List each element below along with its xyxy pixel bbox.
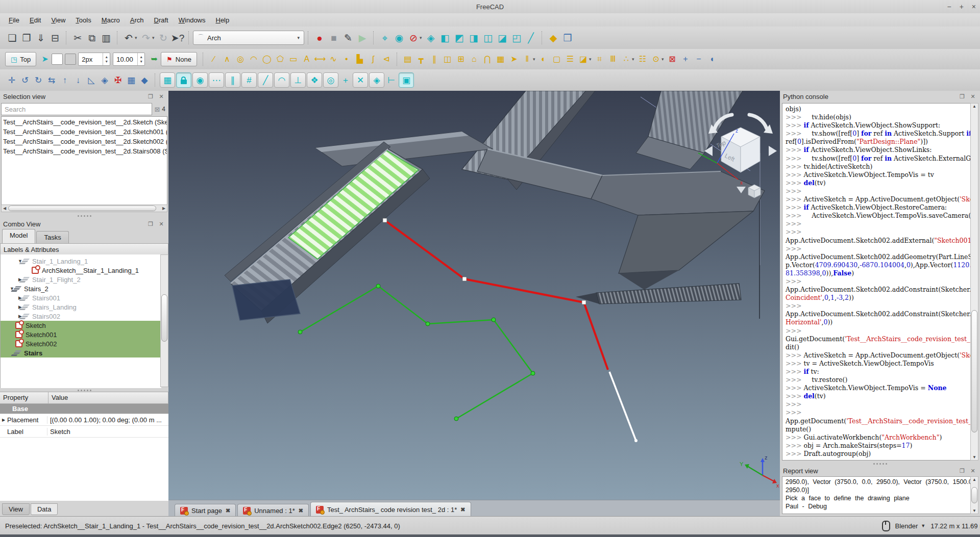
refresh-icon[interactable]: ↻: [156, 31, 170, 45]
toggle-snap-icon[interactable]: ▣: [399, 72, 414, 88]
draft-rotate-icon[interactable]: ↺: [18, 73, 32, 87]
arch-axis-icon[interactable]: Ⅲ: [606, 53, 620, 66]
snap-endpoint-icon[interactable]: ◉: [192, 72, 208, 88]
tree-item-archsketch__stair_1_landing_1[interactable]: ArchSketch__Stair_1_Landing_1: [1, 266, 161, 275]
tree-expand-icon[interactable]: ▶: [17, 295, 23, 300]
tab-view[interactable]: View: [2, 503, 30, 515]
draw-style-icon[interactable]: ⊘▾: [406, 31, 424, 45]
draft-arc-icon[interactable]: ◠: [247, 53, 260, 66]
selection-list-item[interactable]: Test__ArchStairs__code_revision_test__2d…: [2, 127, 167, 137]
text-size-spin[interactable]: 10.00▲▼: [113, 53, 145, 66]
paste-icon[interactable]: ▥: [99, 31, 113, 45]
arch-rebar-icon[interactable]: ∥: [428, 53, 441, 66]
float-panel-icon[interactable]: ❐: [146, 220, 155, 228]
draft-wire-icon[interactable]: ∧: [220, 53, 234, 66]
draft-bezier-icon[interactable]: ∫: [366, 53, 380, 66]
arch-remove-component-icon[interactable]: −: [692, 53, 705, 66]
line-color-swatch-icon[interactable]: [52, 54, 63, 65]
mouse-nav-icon[interactable]: [882, 521, 890, 531]
snap-special-icon[interactable]: +: [339, 73, 352, 87]
view-axonometric-icon[interactable]: ◈: [424, 31, 438, 45]
draft-facebinder-icon[interactable]: ▙: [353, 53, 366, 66]
cut-icon[interactable]: ✂: [70, 31, 85, 45]
macro-stop-icon[interactable]: ■: [327, 31, 341, 45]
close-tab-icon[interactable]: ✖: [226, 507, 230, 514]
print-icon[interactable]: ⊟: [48, 31, 62, 45]
tree-expand-icon[interactable]: ▼: [17, 259, 23, 264]
tree-expand-icon[interactable]: ▶: [17, 277, 23, 282]
zoom-selection-icon[interactable]: ◉: [392, 31, 406, 45]
draft-line-icon[interactable]: ∕: [207, 53, 220, 66]
draft-label-icon[interactable]: ⊲: [380, 53, 393, 66]
arch-cut-plane-icon[interactable]: ⊠: [666, 53, 679, 66]
arch-frame-icon[interactable]: ⌗: [593, 53, 606, 66]
arch-material-icon[interactable]: ∴▾: [620, 53, 636, 66]
arch-space-icon[interactable]: ▢: [550, 53, 564, 66]
fit-all-icon[interactable]: ⌖: [378, 31, 392, 45]
snap-lock-icon[interactable]: [176, 72, 191, 88]
draft-circle-icon[interactable]: ◎: [234, 53, 247, 66]
arch-schedule-icon[interactable]: ☷: [636, 53, 649, 66]
arch-wall-icon[interactable]: ▤: [401, 53, 414, 66]
report-vscrollbar[interactable]: ▲ ▼: [970, 476, 978, 514]
std-group-icon[interactable]: ❒: [560, 31, 575, 45]
console-vscrollbar[interactable]: ▲ ▼: [970, 103, 978, 461]
selection-list-item[interactable]: Test__ArchStairs__code_revision_test__2d…: [2, 146, 167, 156]
workbench-selector[interactable]: ⌒Arch▾: [193, 31, 304, 45]
white-edge-line[interactable]: [609, 372, 638, 442]
document-tab[interactable]: Unnamed : 1*✖: [237, 504, 309, 517]
bridge-landing[interactable]: [576, 284, 741, 304]
menu-macro[interactable]: Macro: [97, 15, 125, 25]
measure-distance-icon[interactable]: ╱: [524, 31, 538, 45]
view-front-icon[interactable]: ◧: [438, 31, 452, 45]
selection-list-item[interactable]: Test__ArchStairs__code_revision_test__2d…: [2, 137, 167, 146]
view-bottom-icon[interactable]: ◪: [495, 31, 509, 45]
python-console-output[interactable]: objs)>>> tv.hide(objs)>>> if ActiveSketc…: [782, 103, 971, 461]
tree-item-stairs002[interactable]: ▶Stairs002: [1, 312, 161, 321]
scroll-down-icon[interactable]: ▼: [971, 508, 978, 513]
draft-clone-icon[interactable]: ◆: [138, 73, 151, 87]
view-rear-icon[interactable]: ◫: [481, 31, 495, 45]
draft-array-icon[interactable]: ▦: [125, 73, 138, 87]
snap-parallel-icon[interactable]: ∥: [225, 72, 240, 88]
arch-stairs-icon[interactable]: ☰: [564, 53, 577, 66]
toggle-grid-icon[interactable]: ▦: [160, 72, 175, 88]
nav-right-arrow[interactable]: [769, 146, 777, 156]
menu-windows[interactable]: Windows: [174, 15, 210, 25]
sketch-red-polyline[interactable]: [383, 218, 608, 370]
redo-icon[interactable]: ↷▾: [139, 31, 156, 45]
tree-item-stair_1_flight_2[interactable]: ▶Stair_1_Flight_2: [1, 275, 161, 284]
tab-model[interactable]: Model: [2, 229, 35, 243]
menu-arch[interactable]: Arch: [126, 15, 149, 25]
arch-reference-icon[interactable]: ➤: [507, 53, 521, 66]
draft-rotate-copy-icon[interactable]: ↻: [32, 73, 45, 87]
arch-section-plane-icon[interactable]: ◐: [537, 53, 550, 66]
float-panel-icon[interactable]: ❐: [958, 467, 966, 475]
float-panel-icon[interactable]: ❐: [146, 92, 155, 100]
arch-curtain-wall-icon[interactable]: ◫: [441, 53, 454, 66]
snap-midpoint-icon[interactable]: ⋯: [209, 72, 224, 88]
close-panel-icon[interactable]: ✕: [969, 92, 977, 100]
working-plane-button[interactable]: ◳Top: [5, 52, 36, 66]
snap-extension-icon[interactable]: ╱: [258, 72, 273, 88]
draft-upgrade-icon[interactable]: ↑: [58, 73, 71, 87]
autogroup-button[interactable]: ⚑None: [161, 52, 197, 66]
mini-cube[interactable]: [748, 185, 761, 198]
menu-draft[interactable]: Draft: [150, 15, 173, 25]
arch-pipe-icon[interactable]: ‖▾: [521, 53, 537, 66]
draft-edit-icon[interactable]: ◈: [98, 73, 111, 87]
menu-edit[interactable]: Edit: [25, 15, 45, 25]
tree-item-stair_1_landing_1[interactable]: ▼Stair_1_Landing_1: [1, 257, 161, 266]
tree-item-stairs_2[interactable]: ▼Stairs_2: [1, 284, 161, 293]
draft-ellipse-icon[interactable]: ◯: [260, 53, 274, 66]
menu-view[interactable]: View: [46, 15, 70, 25]
macro-play-icon[interactable]: ▶: [355, 31, 370, 45]
tree-item-sketch001[interactable]: Sketch001: [1, 330, 161, 339]
arch-project-icon[interactable]: ⊞: [454, 53, 468, 66]
menu-tools[interactable]: Tools: [71, 15, 95, 25]
tab-data[interactable]: Data: [31, 503, 58, 515]
rotate-right-arrow[interactable]: [749, 115, 767, 129]
menu-file[interactable]: File: [4, 15, 24, 25]
tree-item-stairs001[interactable]: ▶Stairs001: [1, 293, 161, 302]
sketch-green-polyline[interactable]: [298, 284, 535, 421]
